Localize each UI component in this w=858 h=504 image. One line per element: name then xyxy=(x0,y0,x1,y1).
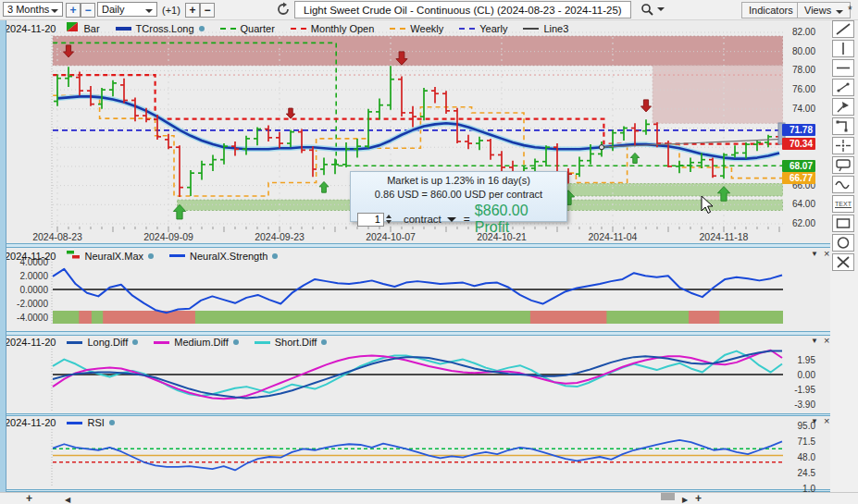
panel-legend: 2024-11-20NeuralX.MaxNeuralX.Strength xyxy=(5,250,293,262)
legend-item[interactable]: Monthly Open xyxy=(291,23,374,34)
vertical-line-icon xyxy=(833,41,853,56)
chevron-down-icon xyxy=(447,217,456,227)
period-select-value: 3 Months xyxy=(7,4,49,15)
ellipse-icon xyxy=(833,235,853,251)
tooltip-line2: 0.86 USD = 860.00 USD per contract xyxy=(351,189,566,200)
bottom-scrollbar[interactable]: + ◀ ▶ + xyxy=(0,492,858,504)
panel-close-button[interactable]: × xyxy=(824,416,829,425)
search-icon[interactable] xyxy=(640,3,653,19)
indicator-settings-dot[interactable] xyxy=(321,339,327,345)
legend-item[interactable]: Medium.Diff xyxy=(154,337,238,348)
scrollbar-thumb[interactable] xyxy=(661,493,675,500)
left-splitter[interactable] xyxy=(0,19,6,492)
legend-item[interactable]: Short.Diff xyxy=(255,337,328,348)
mouse-cursor xyxy=(702,196,713,214)
refresh-icon[interactable] xyxy=(276,2,291,20)
offset-label: (+1) xyxy=(162,5,180,16)
legend-item[interactable]: Quarter xyxy=(220,23,275,34)
crosshair-tool[interactable] xyxy=(832,137,854,154)
indicator-settings-dot[interactable] xyxy=(272,253,278,259)
legend-item[interactable]: Yearly xyxy=(459,23,507,34)
vertical-line-tool[interactable] xyxy=(832,40,854,57)
legend-item-label: Short.Diff xyxy=(275,337,317,348)
panel-close-button[interactable]: × xyxy=(824,249,829,258)
indicator-settings-dot[interactable] xyxy=(109,420,115,425)
quantity-input[interactable]: 1 xyxy=(357,213,384,227)
scroll-left-icon[interactable]: ◀ xyxy=(65,495,70,504)
horizontal-line-icon xyxy=(833,60,853,76)
legend-item[interactable]: NeuralX.Strength xyxy=(169,251,278,262)
add-button[interactable]: + xyxy=(26,493,32,504)
panel-collapse-button[interactable]: ▼ xyxy=(811,250,818,259)
search-caret-icon[interactable] xyxy=(657,7,665,15)
text-tool[interactable]: TEXT xyxy=(832,195,854,213)
tooltip-controls: 1 contract = $860.00 Profit xyxy=(351,203,566,236)
legend-item[interactable]: Bar xyxy=(67,22,99,34)
callout-tool[interactable] xyxy=(832,156,854,174)
chevron-down-icon xyxy=(836,10,843,18)
current-price-marker xyxy=(778,123,785,144)
views-button[interactable]: Views xyxy=(797,2,851,18)
indicator-settings-dot[interactable] xyxy=(148,253,154,259)
stepper-up-icon[interactable] xyxy=(386,215,392,218)
crosshair-icon xyxy=(833,138,853,154)
interval-select[interactable]: Daily xyxy=(97,2,157,17)
legend-item[interactable]: Long.Diff xyxy=(67,337,138,348)
scroll-right-icon[interactable]: ▶ xyxy=(682,495,688,504)
indicator-settings-dot[interactable] xyxy=(233,339,239,345)
rectangle-tool[interactable] xyxy=(832,215,854,232)
angle-line-tool[interactable] xyxy=(832,117,854,135)
profit-value: $860.00 Profit xyxy=(475,203,566,236)
panel-separator[interactable] xyxy=(0,243,830,248)
legend-date: 2024-11-20 xyxy=(5,23,56,34)
line-magenta-swatch-icon xyxy=(154,341,169,344)
legend-item[interactable]: NeuralX.Max xyxy=(67,250,154,262)
indicator-settings-dot[interactable] xyxy=(199,26,205,31)
legend-item[interactable]: Line3 xyxy=(523,23,568,34)
close-button[interactable] xyxy=(832,253,854,271)
panel-collapse-button[interactable]: ▼ xyxy=(811,337,818,346)
favorite-star[interactable]: * xyxy=(848,4,852,17)
legend-item-label: Medium.Diff xyxy=(174,337,228,348)
bar-plus-button[interactable]: + xyxy=(185,3,200,18)
legend-item[interactable]: TCross.Long xyxy=(116,23,205,34)
bar-minus-button[interactable]: − xyxy=(200,3,215,18)
trend-line-tool[interactable] xyxy=(832,20,854,38)
panel-separator[interactable] xyxy=(0,331,830,336)
chevron-down-icon xyxy=(145,9,153,17)
ray-line-tool[interactable] xyxy=(832,79,854,96)
drawing-toolbar: TEXT xyxy=(832,20,854,273)
legend-item[interactable]: Weekly xyxy=(390,23,443,34)
freehand-arrow-icon xyxy=(833,99,853,115)
indicator-settings-dot[interactable] xyxy=(132,339,138,345)
panel-collapse-button[interactable]: ▼ xyxy=(811,417,818,426)
contract-dropdown[interactable]: contract xyxy=(404,213,456,227)
period-select[interactable]: 3 Months xyxy=(3,2,63,17)
freehand-arrow-tool[interactable] xyxy=(832,98,854,116)
wave-tool[interactable] xyxy=(832,176,854,193)
neuralx-canvas xyxy=(52,262,783,325)
horizontal-line-tool[interactable] xyxy=(832,59,854,77)
legend-item-label: NeuralX.Max xyxy=(84,251,143,262)
symbol-title[interactable]: Light Sweet Crude Oil - Continuous (CL) … xyxy=(294,1,631,18)
panel-legend: 2024-11-20BarTCross.LongQuarterMonthly O… xyxy=(5,22,584,34)
line-black-swatch-icon xyxy=(523,28,539,30)
ellipse-tool[interactable] xyxy=(832,234,854,252)
legend-item-label: Quarter xyxy=(241,23,275,34)
panel-close-button[interactable]: × xyxy=(824,336,829,345)
panel-separator[interactable] xyxy=(0,413,830,416)
dash-green-swatch-icon xyxy=(220,28,236,30)
legend-item-label: NeuralX.Strength xyxy=(190,251,267,262)
zoom-in-button[interactable]: + xyxy=(695,493,702,504)
period-zoom-in-button[interactable]: + xyxy=(66,3,81,18)
diff-canvas xyxy=(52,349,783,412)
legend-item[interactable]: RSI xyxy=(67,417,114,428)
quantity-stepper[interactable] xyxy=(386,215,392,224)
period-zoom-out-button[interactable]: − xyxy=(81,3,95,18)
panel-legend: 2024-11-20RSI xyxy=(5,417,131,428)
dash-blue-swatch-icon xyxy=(459,28,475,30)
stepper-down-icon[interactable] xyxy=(386,220,392,224)
views-button-label: Views xyxy=(804,5,831,16)
line-blue-swatch-icon xyxy=(169,254,185,257)
line-cyan-swatch-icon xyxy=(255,341,270,344)
